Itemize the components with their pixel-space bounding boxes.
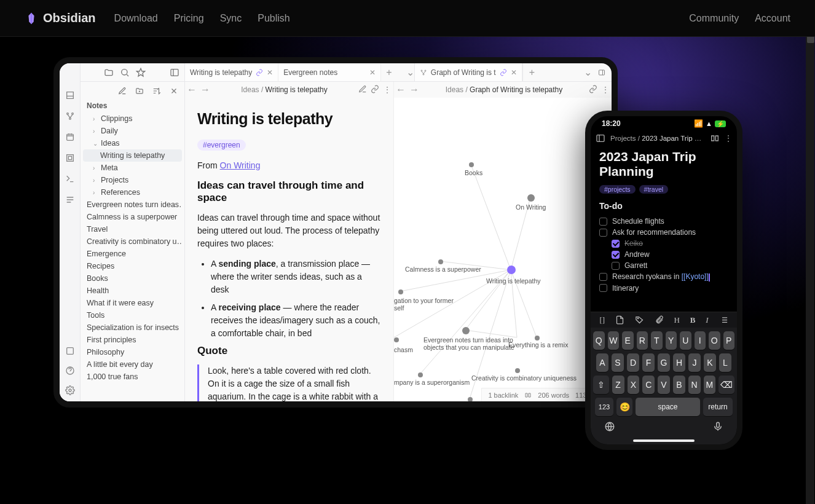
tree-note[interactable]: Books bbox=[83, 272, 182, 285]
stack-icon[interactable] bbox=[65, 195, 75, 205]
edit-icon[interactable] bbox=[356, 85, 369, 95]
todo-item[interactable]: Research ryokans in [[Kyoto]] bbox=[599, 271, 728, 282]
return-key[interactable]: return bbox=[703, 398, 733, 416]
tag-evergreen[interactable]: #evergreen bbox=[197, 140, 246, 151]
numbers-key[interactable]: 123 bbox=[595, 398, 613, 416]
checkbox-checked[interactable] bbox=[612, 251, 620, 259]
command-palette-icon[interactable] bbox=[65, 174, 75, 184]
tree-folder-clippings[interactable]: ›Clippings bbox=[83, 112, 182, 125]
key[interactable]: L bbox=[719, 353, 731, 372]
reading-mode-icon[interactable] bbox=[524, 392, 532, 399]
tab-writing[interactable]: Writing is telepathy ✕ bbox=[185, 63, 278, 81]
phone-editor[interactable]: 2023 Japan Trip Planning #projects #trav… bbox=[591, 146, 737, 294]
brackets-icon[interactable]: [] bbox=[599, 315, 605, 325]
close-icon[interactable]: ✕ bbox=[369, 68, 376, 77]
graph-node[interactable] bbox=[469, 162, 474, 167]
todo-item[interactable]: Itinerary bbox=[599, 283, 728, 294]
italic-tool[interactable]: I bbox=[706, 315, 708, 325]
checkbox[interactable] bbox=[599, 229, 607, 237]
key[interactable]: G bbox=[658, 353, 670, 372]
nav-account[interactable]: Account bbox=[755, 13, 790, 24]
checkbox[interactable] bbox=[599, 273, 607, 281]
tab-evergreen[interactable]: Evergreen notes ✕ bbox=[278, 63, 381, 81]
nav-fwd-icon[interactable]: → bbox=[408, 84, 421, 95]
graph-node[interactable] bbox=[527, 194, 535, 202]
key[interactable]: T bbox=[651, 331, 663, 350]
checkbox[interactable] bbox=[612, 262, 620, 270]
emoji-key[interactable]: 😊 bbox=[616, 398, 632, 416]
key[interactable]: O bbox=[709, 331, 720, 350]
todo-item[interactable]: Keiko bbox=[599, 238, 728, 249]
graph-node[interactable] bbox=[394, 337, 399, 342]
graph-view-icon[interactable] bbox=[65, 111, 75, 121]
close-icon[interactable]: ✕ bbox=[511, 68, 517, 77]
graph-node-focus[interactable] bbox=[507, 266, 516, 274]
tree-note[interactable]: First principles bbox=[83, 334, 182, 346]
nav-publish[interactable]: Publish bbox=[258, 13, 289, 24]
sidebar-toggle-icon[interactable] bbox=[596, 133, 605, 143]
tree-note[interactable]: 1,000 true fans bbox=[83, 371, 182, 383]
key[interactable]: M bbox=[704, 376, 716, 394]
key[interactable]: P bbox=[723, 331, 735, 350]
backspace-key[interactable]: ⌫ bbox=[719, 376, 734, 394]
editor-pane[interactable]: Writing is telepathy #evergreen From On … bbox=[185, 98, 394, 401]
checkbox-checked[interactable] bbox=[612, 240, 620, 248]
graph-node[interactable] bbox=[535, 336, 540, 341]
new-folder-icon[interactable] bbox=[135, 87, 144, 95]
tree-note[interactable]: Calmness is a superpower bbox=[83, 211, 182, 223]
key[interactable]: U bbox=[680, 331, 691, 350]
checkbox[interactable] bbox=[599, 284, 607, 292]
nav-back-icon[interactable]: ← bbox=[394, 84, 408, 95]
globe-icon[interactable] bbox=[604, 421, 615, 432]
checkbox[interactable] bbox=[599, 218, 607, 226]
list-tool-icon[interactable] bbox=[719, 315, 728, 325]
tree-note[interactable]: A little bit every day bbox=[83, 358, 182, 371]
key[interactable]: Q bbox=[593, 331, 605, 350]
tree-note[interactable]: What if it were easy bbox=[83, 297, 182, 309]
graph-node[interactable] bbox=[462, 327, 470, 334]
key[interactable]: Z bbox=[612, 376, 624, 394]
key[interactable]: H bbox=[673, 353, 685, 372]
vault-icon[interactable] bbox=[65, 346, 75, 356]
tree-folder-references[interactable]: ›References bbox=[83, 186, 182, 199]
nav-sync[interactable]: Sync bbox=[220, 13, 242, 24]
graph-node[interactable] bbox=[468, 397, 473, 401]
key[interactable]: Y bbox=[666, 331, 677, 350]
todo-item[interactable]: Schedule flights bbox=[599, 216, 728, 227]
templates-icon[interactable] bbox=[65, 153, 75, 163]
key[interactable]: F bbox=[642, 353, 655, 372]
heading-tool[interactable]: H bbox=[674, 315, 680, 325]
key[interactable]: E bbox=[622, 331, 634, 350]
daily-note-icon[interactable] bbox=[65, 132, 75, 142]
tree-note[interactable]: Creativity is combinatory u… bbox=[83, 235, 182, 248]
quick-switcher-icon[interactable] bbox=[65, 90, 75, 100]
tree-note[interactable]: Tools bbox=[83, 309, 182, 321]
nav-pricing[interactable]: Pricing bbox=[174, 13, 204, 24]
shift-key[interactable]: ⇧ bbox=[593, 376, 609, 394]
nav-download[interactable]: Download bbox=[114, 13, 158, 24]
search-icon[interactable] bbox=[120, 68, 130, 77]
tree-note[interactable]: Emergence bbox=[83, 248, 182, 260]
attach-icon[interactable] bbox=[655, 315, 664, 325]
collapse-all-icon[interactable] bbox=[170, 87, 178, 95]
tree-note[interactable]: Recipes bbox=[83, 260, 182, 272]
star-icon[interactable] bbox=[136, 68, 146, 77]
reading-icon[interactable] bbox=[710, 133, 720, 143]
tree-note[interactable]: Health bbox=[83, 285, 182, 297]
key[interactable]: R bbox=[637, 331, 648, 350]
key[interactable]: C bbox=[642, 376, 655, 394]
tab-dropdown-icon[interactable]: ⌄ bbox=[584, 66, 592, 78]
tree-note[interactable]: Evergreen notes turn ideas… bbox=[83, 199, 182, 211]
more-icon[interactable]: ⋮ bbox=[599, 85, 612, 95]
tree-folder-projects[interactable]: ›Projects bbox=[83, 174, 182, 186]
new-note-icon[interactable] bbox=[118, 87, 127, 95]
nav-back-icon[interactable]: ← bbox=[185, 84, 199, 95]
nav-community[interactable]: Community bbox=[689, 13, 739, 24]
sidebar-collapse-icon[interactable] bbox=[170, 68, 179, 77]
settings-gear-icon[interactable] bbox=[65, 385, 75, 395]
tree-folder-meta[interactable]: ›Meta bbox=[83, 162, 182, 174]
phone-crumb-path[interactable]: Projects / 2023 Japan Trip Pl… bbox=[610, 135, 705, 142]
key[interactable]: V bbox=[658, 376, 670, 394]
key[interactable]: N bbox=[688, 376, 701, 394]
new-tab-icon[interactable]: + bbox=[529, 67, 535, 78]
